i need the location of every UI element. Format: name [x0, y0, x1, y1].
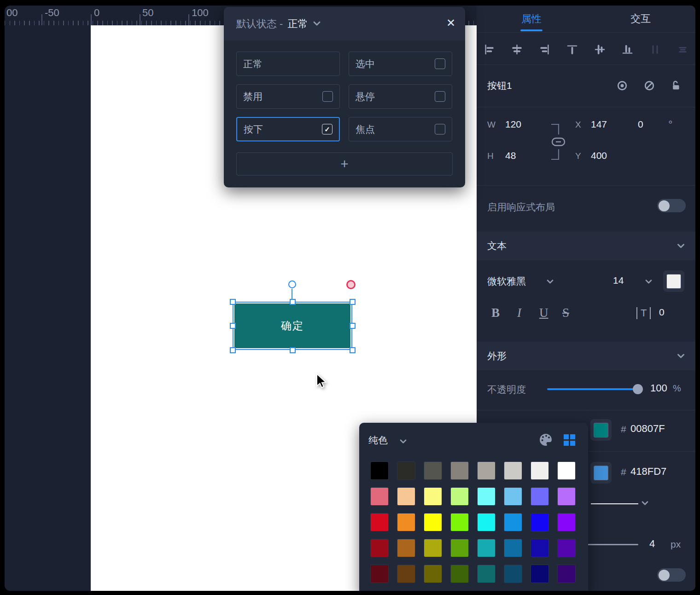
color-swatch[interactable] — [558, 565, 575, 583]
color-swatch[interactable] — [558, 513, 575, 531]
swatch-grid-view-icon[interactable] — [564, 434, 575, 446]
x-value[interactable]: 147 — [591, 119, 607, 130]
state-cell[interactable]: 禁用 — [236, 84, 340, 109]
color-swatch[interactable] — [531, 488, 548, 505]
color-swatch[interactable] — [478, 488, 495, 505]
state-cell[interactable]: 悬停 — [349, 84, 452, 109]
distribute-vertical-icon[interactable] — [677, 43, 689, 56]
color-mode-select[interactable]: 纯色 — [368, 434, 388, 447]
border-color-well[interactable] — [590, 462, 612, 484]
color-swatch[interactable] — [371, 513, 388, 531]
align-middle-vertical-icon[interactable] — [594, 43, 606, 56]
tab-interactions[interactable]: 交互 — [586, 6, 696, 32]
visibility-eye-icon[interactable] — [616, 79, 629, 92]
opacity-value[interactable]: 100 — [650, 382, 667, 394]
color-swatch[interactable] — [397, 462, 415, 479]
color-swatch[interactable] — [451, 462, 468, 479]
align-left-icon[interactable] — [483, 43, 496, 56]
color-swatch[interactable] — [397, 565, 415, 583]
color-swatch[interactable] — [424, 513, 442, 531]
color-swatch[interactable] — [478, 513, 495, 531]
align-bottom-icon[interactable] — [621, 43, 634, 56]
distribute-horizontal-icon[interactable] — [649, 43, 661, 56]
color-swatch[interactable] — [451, 565, 468, 583]
color-swatch[interactable] — [531, 539, 548, 557]
resize-handle[interactable] — [350, 347, 356, 353]
color-swatch[interactable] — [397, 539, 415, 557]
color-swatch[interactable] — [558, 488, 575, 505]
states-dialog-header[interactable]: 默认状态 -正常 — [224, 7, 465, 41]
text-section-header[interactable]: 文本 — [477, 232, 695, 260]
resize-handle[interactable] — [230, 323, 236, 329]
bold-button[interactable]: B — [491, 306, 500, 320]
font-family-select[interactable]: 微软雅黑 — [487, 275, 526, 288]
color-swatch[interactable] — [424, 462, 442, 479]
align-center-horizontal-icon[interactable] — [511, 43, 523, 56]
letter-spacing-value[interactable]: 0 — [659, 307, 665, 318]
responsive-layout-toggle[interactable] — [657, 199, 686, 212]
disable-ban-icon[interactable] — [643, 79, 656, 92]
color-swatch[interactable] — [478, 539, 495, 557]
unlock-icon[interactable] — [669, 79, 682, 92]
fill-color-well[interactable] — [590, 419, 612, 441]
state-cell[interactable]: 焦点 — [349, 117, 452, 141]
shape-option-toggle[interactable] — [657, 568, 686, 582]
italic-button[interactable]: I — [517, 306, 521, 320]
color-swatch[interactable] — [371, 488, 388, 505]
opacity-slider-knob[interactable] — [633, 384, 643, 394]
chevron-down-icon[interactable] — [547, 280, 554, 284]
tab-properties[interactable]: 属性 — [477, 6, 586, 32]
align-top-icon[interactable] — [566, 43, 578, 56]
interaction-indicator[interactable] — [346, 280, 356, 289]
color-swatch[interactable] — [504, 539, 522, 557]
color-swatch[interactable] — [531, 565, 548, 583]
close-icon[interactable]: ✕ — [445, 17, 457, 29]
color-swatch[interactable] — [397, 488, 415, 505]
strikethrough-button[interactable]: S — [562, 306, 569, 320]
fill-hex-value[interactable]: 00807F — [630, 423, 665, 435]
chevron-down-icon[interactable] — [400, 439, 407, 444]
color-swatch[interactable] — [531, 513, 548, 531]
canvas-button[interactable]: 确定 — [234, 303, 350, 348]
color-swatch[interactable] — [504, 488, 522, 505]
color-swatch[interactable] — [424, 565, 442, 583]
color-swatch[interactable] — [558, 539, 575, 557]
state-checkbox[interactable] — [435, 124, 445, 134]
resize-handle[interactable] — [230, 347, 236, 353]
state-cell[interactable]: 按下✓ — [236, 117, 340, 141]
state-cell[interactable]: 选中 — [349, 52, 452, 76]
resize-handle[interactable] — [350, 299, 356, 305]
align-right-icon[interactable] — [538, 43, 551, 56]
color-swatch[interactable] — [451, 539, 468, 557]
color-swatch[interactable] — [478, 462, 495, 479]
color-swatch[interactable] — [371, 565, 388, 583]
color-swatch[interactable] — [504, 565, 522, 583]
color-swatch[interactable] — [424, 488, 442, 505]
rotation-value[interactable]: 0 — [638, 119, 643, 130]
color-swatch[interactable] — [371, 539, 388, 557]
chevron-down-icon[interactable] — [642, 501, 648, 506]
color-swatch[interactable] — [558, 462, 575, 479]
resize-handle[interactable] — [290, 347, 296, 353]
state-checkbox[interactable] — [435, 58, 445, 69]
width-value[interactable]: 120 — [505, 119, 521, 130]
palette-icon[interactable] — [538, 432, 553, 447]
state-checkbox[interactable] — [322, 91, 333, 102]
resize-handle[interactable] — [230, 299, 236, 305]
font-size-select[interactable]: 14 — [613, 275, 624, 286]
color-swatch[interactable] — [531, 462, 548, 479]
color-swatch[interactable] — [504, 462, 522, 479]
color-swatch[interactable] — [424, 539, 442, 557]
height-value[interactable]: 48 — [505, 150, 516, 161]
shape-section-header[interactable]: 外形 — [477, 342, 695, 370]
state-cell[interactable]: 正常 — [236, 52, 340, 76]
state-checkbox[interactable]: ✓ — [322, 124, 332, 134]
border-hex-value[interactable]: 418FD7 — [630, 466, 666, 478]
color-swatch[interactable] — [451, 513, 468, 531]
lock-ratio-link-icon[interactable] — [545, 116, 572, 168]
rotation-handle[interactable] — [288, 280, 296, 288]
opacity-slider-track[interactable] — [547, 388, 642, 390]
add-state-button[interactable]: + — [236, 152, 453, 175]
color-swatch[interactable] — [504, 513, 522, 531]
underline-button[interactable]: U — [539, 306, 548, 320]
